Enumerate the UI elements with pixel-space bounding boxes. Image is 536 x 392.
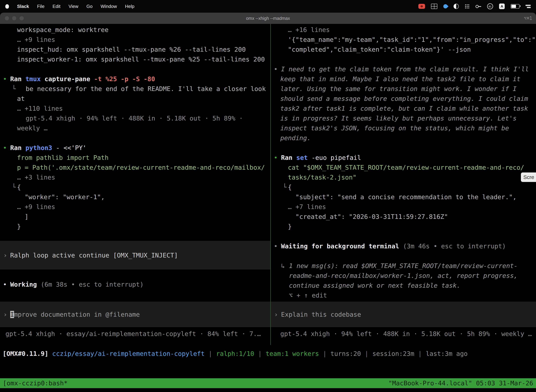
- working-meta: (6m 38s • esc to interrupt): [37, 281, 144, 288]
- tmux-session-name[interactable]: [omx-cczip0:bash*: [3, 378, 67, 388]
- battery-icon[interactable]: [511, 4, 519, 9]
- menu-item-view[interactable]: View: [69, 4, 78, 9]
- menu-item-go[interactable]: Go: [86, 4, 93, 9]
- command-output-line: "worker": "worker-1",: [0, 192, 270, 202]
- menu-item-edit[interactable]: Edit: [53, 4, 61, 9]
- reply-arrow-icon: ↳: [281, 261, 289, 271]
- prompt-suggestion-text: Explain this codebase: [281, 311, 361, 318]
- command-output-line: at: [0, 94, 270, 104]
- prompt-suggestion-text: mprove documentation in @filename: [14, 311, 140, 318]
- omx-turns: turns:20: [330, 350, 361, 357]
- tmux-hostname-clock: "MacBook-Pro-44.local" 05:03 31-Mar-26: [388, 378, 533, 388]
- battery-gauge-icon[interactable]: 61: [487, 3, 493, 9]
- mailbox-message-line: ↳1 new msg(s): read $OMX_TEAM_STATE_ROOT…: [271, 261, 536, 271]
- command-output-line: ]: [0, 212, 270, 222]
- ralph-loop-text: Ralph loop active continue [OMX_TMUX_INJ…: [10, 252, 178, 259]
- ran-label: Ran: [10, 144, 25, 151]
- command-output-line: "subject": "send a concise recommendatio…: [271, 192, 536, 202]
- command-flags: -t %25 -p -S -80: [94, 75, 155, 83]
- menu-item-help[interactable]: Help: [125, 4, 134, 9]
- command-output-line: └{: [0, 182, 270, 192]
- chevron-icon: ›: [274, 311, 281, 318]
- left-terminal-pane[interactable]: workspace_mode: worktree … +9 lines insp…: [0, 24, 270, 339]
- collapsed-lines-indicator: … +3 lines: [0, 173, 270, 182]
- thinking-line: should send a message before completing …: [271, 94, 536, 104]
- apple-menu-icon[interactable]: [5, 4, 9, 9]
- screen-recording-indicator-icon[interactable]: [418, 4, 425, 9]
- thinking-line: pending.: [271, 133, 536, 143]
- elbow-icon: └: [283, 182, 288, 192]
- menu-bar: Slack File Edit View Go Window Help 61 A: [0, 0, 536, 13]
- close-button[interactable]: [5, 16, 9, 20]
- prompt-suggestion-row[interactable]: ›Explain this codebase: [271, 302, 536, 327]
- bullet-icon: •: [3, 143, 10, 153]
- command-body-line: p = Path('.omx/state/team/review-current…: [0, 163, 270, 173]
- droplet-icon[interactable]: [442, 3, 448, 9]
- mailbox-message-line: readme-and-reco/mailbox/worker-1.json, a…: [271, 271, 536, 281]
- key-icon[interactable]: [475, 5, 481, 8]
- dots-grid-icon[interactable]: [465, 4, 469, 9]
- waiting-label: Waiting for background terminal: [281, 243, 399, 250]
- text-cursor[interactable]: I: [10, 311, 14, 318]
- tmux-status-bar: [omx-cczip0:bash*"MacBook-Pro-44.local" …: [0, 378, 536, 388]
- zoom-button[interactable]: [19, 16, 24, 20]
- command-name: python3: [25, 144, 56, 151]
- command-subcommand: capture-pane: [44, 75, 94, 83]
- keyboard-input-icon[interactable]: A: [499, 4, 505, 9]
- battery-percent-label: 61: [489, 5, 492, 8]
- prompt-suggestion-row[interactable]: ›Improve documentation in @filename: [0, 302, 270, 327]
- mailbox-message-line: continue assigned work or next feasible …: [271, 281, 536, 290]
- bullet-icon: •: [3, 74, 10, 84]
- command-body-line: from pathlib import Path: [0, 153, 270, 163]
- thinking-line: keep that in mind. Maybe I also need the…: [271, 74, 536, 84]
- chevron-icon: ›: [3, 252, 10, 259]
- screen-share-tooltip[interactable]: Scre: [521, 173, 536, 182]
- edit-hint-line: ⌥ + ↑ edit: [271, 290, 536, 300]
- blank-line: [0, 133, 270, 143]
- command-output-line: "created_at": "2026-03-31T11:59:27.816Z": [271, 212, 536, 222]
- collapsed-lines-indicator: … +16 lines: [271, 25, 536, 35]
- command-body-line: cat "$OMX_TEAM_STATE_ROOT/team/review-cu…: [271, 163, 536, 173]
- bullet-icon: •: [274, 241, 281, 251]
- thinking-line: task2 after task1 is complete, but can I…: [271, 104, 536, 113]
- omx-session-status-line: [OMX#0.11.9] cczip/essay/ai-reimplementa…: [3, 349, 468, 359]
- blank-line: [271, 232, 536, 241]
- command-output-line: └be necessary for the end of the README.…: [0, 84, 270, 94]
- bullet-icon: •: [3, 280, 10, 289]
- ralph-loop-banner[interactable]: ›Ralph loop active continue [OMX_TMUX_IN…: [0, 241, 270, 269]
- command-output-line: └{: [271, 182, 536, 192]
- terminal-line: inspect_hud: omx sparkshell --tmux-pane …: [0, 45, 270, 54]
- blank-line: [271, 54, 536, 64]
- collapsed-lines-indicator: … +7 lines: [271, 202, 536, 212]
- menu-item-file[interactable]: File: [37, 4, 44, 9]
- active-app-name[interactable]: Slack: [17, 4, 29, 9]
- contrast-circle-icon[interactable]: [454, 4, 459, 9]
- omx-worktree-path: cczip/essay/ai-reimplementation-copyleft: [52, 350, 205, 357]
- ran-command-line: •Ran tmux capture-pane -t %25 -p -S -80: [0, 74, 270, 84]
- ran-label: Ran: [10, 75, 25, 83]
- blank-line: [271, 143, 536, 153]
- omx-ralph-counter: ralph:1/10: [216, 350, 254, 357]
- right-terminal-pane[interactable]: … +16 lines '{"team_name":"my-team","tas…: [271, 24, 536, 339]
- menu-bar-left: Slack File Edit View Go Window Help: [5, 4, 134, 9]
- traffic-lights: [5, 16, 24, 20]
- control-center-icon[interactable]: [526, 5, 531, 8]
- command-name: tmux: [25, 75, 44, 83]
- terminal-line: inspect_worker-1: omx sparkshell --tmux-…: [0, 54, 270, 64]
- omx-last-activity: last:3m ago: [426, 350, 468, 357]
- omx-team-workers: team:1 workers: [266, 350, 319, 357]
- minimize-button[interactable]: [12, 16, 16, 20]
- waiting-meta: (3m 46s • esc to interrupt): [399, 243, 506, 250]
- window-shortcut-label: ⌥⌘1: [524, 13, 532, 24]
- thinking-line: •I need to get the claim token from the …: [271, 64, 536, 74]
- waiting-status-line: •Waiting for background terminal (3m 46s…: [271, 241, 536, 251]
- thinking-line: inspect task2's JSON, focusing on the st…: [271, 123, 536, 133]
- command-output-line: }: [271, 222, 536, 232]
- thinking-line: later. Using the same for transition mig…: [271, 84, 536, 94]
- grid-menu-extra-icon[interactable]: [431, 4, 437, 9]
- elbow-icon: └: [12, 84, 26, 94]
- menu-item-window[interactable]: Window: [100, 4, 117, 9]
- model-usage-line: gpt-5.4 xhigh · 94% left · 488K in · 5.1…: [0, 113, 270, 123]
- bullet-icon: •: [274, 64, 281, 74]
- window-title-bar[interactable]: omx --xhigh --madmax ⌥⌘1: [0, 13, 536, 24]
